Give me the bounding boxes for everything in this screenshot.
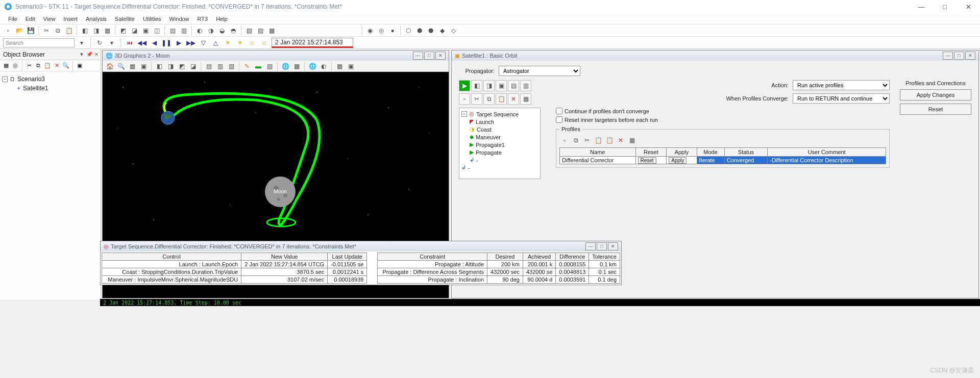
menu-file[interactable]: File	[4, 15, 21, 23]
tool-icon[interactable]: ◪	[188, 61, 198, 71]
save-icon[interactable]: 💾	[26, 26, 36, 36]
target-icon[interactable]: ◎	[11, 62, 19, 70]
reset-targeters-checkbox[interactable]	[556, 116, 562, 123]
tool-icon[interactable]: ◐	[194, 26, 205, 36]
reset-button[interactable]: Reset	[638, 157, 656, 164]
tool-icon[interactable]: ▥	[215, 61, 225, 71]
pen-icon[interactable]: ✎	[242, 61, 252, 71]
tool-icon[interactable]: ▦	[334, 61, 345, 71]
pause-icon[interactable]: ❚❚	[161, 38, 172, 48]
tool-icon[interactable]: ▧	[244, 26, 254, 36]
tool-icon[interactable]: ◪	[129, 26, 139, 36]
menu-satellite[interactable]: Satellite	[111, 15, 139, 23]
tool-icon[interactable]: ◩	[118, 26, 128, 36]
tool-icon[interactable]: ▥	[179, 26, 189, 36]
cut-icon[interactable]: ✂	[471, 93, 482, 105]
tool-icon[interactable]: ▣	[138, 61, 149, 71]
tool-icon[interactable]: ◓	[228, 26, 238, 36]
new-icon[interactable]: ▫	[459, 93, 470, 105]
maximize-icon[interactable]: □	[424, 52, 434, 60]
tool-icon[interactable]: ◑	[206, 26, 216, 36]
open-icon[interactable]: 📂	[14, 26, 24, 36]
search-options-icon[interactable]: ▾	[77, 38, 87, 48]
paste-icon[interactable]: 📋	[43, 62, 52, 70]
tool-icon[interactable]: ◩	[177, 61, 187, 71]
tool-icon[interactable]: ⬢	[414, 26, 425, 36]
tool-icon[interactable]: ▤	[508, 80, 519, 91]
copy-icon[interactable]: ⧉	[34, 62, 42, 70]
close-icon[interactable]: ✕	[94, 52, 99, 57]
menu-analysis[interactable]: Analysis	[82, 15, 111, 23]
speed-down-icon[interactable]: ▽	[198, 38, 208, 48]
tool-icon[interactable]: ▨	[264, 61, 275, 71]
tool-icon[interactable]: ⬡	[403, 26, 413, 36]
copy-icon[interactable]: ⧉	[571, 135, 581, 145]
pin-icon[interactable]: 📌	[86, 52, 92, 57]
tool-icon[interactable]: ◆	[437, 26, 447, 36]
ruler-icon[interactable]: ▬	[253, 61, 263, 71]
seg-label[interactable]: Coast	[477, 127, 492, 133]
menu-edit[interactable]: Edit	[21, 15, 39, 23]
tool-icon[interactable]: ▣	[496, 80, 507, 91]
minimize-icon[interactable]: —	[585, 242, 596, 250]
close-icon[interactable]: ✕	[435, 52, 446, 60]
paste-icon[interactable]: 📋	[64, 26, 74, 36]
maximize-button[interactable]: □	[933, 0, 957, 13]
sun-icon[interactable]: ☼	[259, 38, 270, 48]
reset-button[interactable]: Reset	[900, 104, 971, 115]
tool-icon[interactable]: ▣	[346, 61, 356, 71]
tool-icon[interactable]: ◨	[165, 61, 176, 71]
menu-view[interactable]: View	[39, 15, 60, 23]
tool-icon[interactable]: ▣	[140, 26, 151, 36]
chevron-down-icon[interactable]: ▾	[107, 38, 117, 48]
tool-icon[interactable]: ▨	[255, 26, 265, 36]
delete-icon[interactable]: ✕	[508, 93, 519, 105]
tree-satellite[interactable]: ✦ Satellite1	[2, 84, 99, 93]
tool-icon[interactable]: ▥	[520, 80, 531, 91]
step-fwd-icon[interactable]: ▶▶	[186, 38, 196, 48]
seg-label[interactable]: Maneuver	[476, 134, 501, 140]
tool-icon[interactable]: ▧	[226, 61, 236, 71]
seg-label[interactable]: -	[476, 157, 478, 163]
tool-icon[interactable]: ⬣	[426, 26, 436, 36]
tool-icon[interactable]: ◧	[471, 80, 482, 91]
tool-icon[interactable]: ◧	[80, 26, 90, 36]
seg-label[interactable]: Target Sequence	[476, 111, 519, 117]
globe-icon[interactable]: 🌐	[307, 61, 317, 71]
copy-icon[interactable]: ⧉	[483, 93, 495, 105]
segment-tree[interactable]: −◎Target Sequence ◤Launch ◑Coast ◆Maneuv…	[459, 108, 541, 179]
tool-icon[interactable]: ●	[387, 26, 398, 36]
tool-icon[interactable]: ◧	[154, 61, 164, 71]
new-icon[interactable]: ▫	[3, 26, 13, 36]
copy-icon[interactable]: ⧉	[53, 26, 63, 36]
step-back-icon[interactable]: ◀◀	[137, 38, 147, 48]
props-icon[interactable]: ▣	[76, 62, 84, 70]
menu-help[interactable]: Help	[212, 15, 232, 23]
tool-icon[interactable]: ◫	[152, 26, 162, 36]
globe-icon[interactable]: 🌐	[280, 61, 290, 71]
menu-window[interactable]: Window	[165, 15, 193, 23]
tool-icon[interactable]: ◇	[448, 26, 458, 36]
cut-icon[interactable]: ✂	[41, 26, 52, 36]
play-back-icon[interactable]: ◀	[149, 38, 159, 48]
collapse-icon[interactable]: −	[2, 77, 8, 82]
delete-icon[interactable]: ✕	[616, 135, 626, 145]
tree-scenario[interactable]: − 🗋 Scenario3	[2, 74, 99, 84]
tool-icon[interactable]: ◐	[318, 61, 329, 71]
tool-icon[interactable]: ◎	[376, 26, 386, 36]
propagator-select[interactable]: Astrogator	[499, 66, 580, 76]
constraints-table[interactable]: ConstraintDesiredAchievedDifferenceToler…	[377, 253, 620, 284]
new-icon[interactable]: ▫	[559, 135, 570, 145]
menu-insert[interactable]: Insert	[59, 15, 82, 23]
tool-icon[interactable]: ◨	[91, 26, 101, 36]
filter-icon[interactable]: ▦	[2, 62, 10, 70]
refresh-icon[interactable]: ↻	[94, 38, 105, 48]
tool-icon[interactable]: ◨	[483, 80, 495, 91]
tool-icon[interactable]: ◉	[365, 26, 375, 36]
home-icon[interactable]: 🏠	[105, 61, 115, 71]
paste-icon[interactable]: 📋	[496, 93, 507, 105]
profile-row[interactable]: Differential Corrector Reset Apply Itera…	[560, 157, 886, 164]
sun-icon[interactable]: ☀	[235, 38, 245, 48]
dropdown-icon[interactable]: ▼	[79, 52, 84, 57]
tool-icon[interactable]: ▦	[520, 93, 531, 105]
